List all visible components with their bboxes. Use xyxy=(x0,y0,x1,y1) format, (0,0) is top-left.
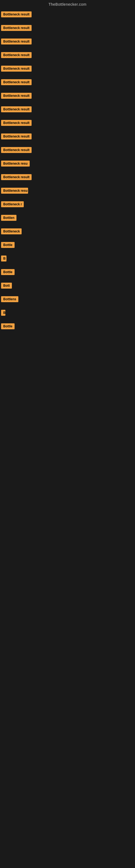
list-item: Bottle xyxy=(0,239,135,252)
list-item: Bottlens xyxy=(0,293,135,307)
bottleneck-badge[interactable]: Bottlens xyxy=(1,296,18,302)
bottleneck-badge[interactable]: Bott xyxy=(1,283,12,289)
list-item: Bottleneck result xyxy=(0,8,135,22)
bottleneck-badge[interactable]: Bottleneck result xyxy=(1,93,32,99)
bottleneck-badge[interactable]: Bottleneck resu xyxy=(1,161,30,166)
list-item: Bottleneck r xyxy=(0,198,135,212)
list-item: Bottleneck result xyxy=(0,117,135,130)
bottleneck-badge[interactable]: Bottleneck result xyxy=(1,38,32,44)
list-item: Bottleneck result xyxy=(0,103,135,117)
list-item: Bottleneck result xyxy=(0,171,135,184)
list-item: Bottleneck result xyxy=(0,130,135,144)
list-item: Bott xyxy=(0,279,135,293)
bottleneck-badge[interactable]: Bottleneck result xyxy=(1,174,32,180)
site-title: TheBottlenecker.com xyxy=(0,0,135,8)
bottleneck-badge[interactable]: Bottleneck r xyxy=(1,201,24,207)
list-item: Bottleneck resu xyxy=(0,184,135,198)
bottleneck-badge[interactable]: Bottleneck result xyxy=(1,133,32,140)
bottleneck-badge[interactable]: Bottle xyxy=(1,323,14,329)
bottleneck-badge[interactable]: B xyxy=(1,310,5,316)
bottleneck-badge[interactable]: Bottle xyxy=(1,242,14,248)
list-item: Bottle xyxy=(0,320,135,334)
bottleneck-badge[interactable]: Bottlen xyxy=(1,215,16,221)
bottleneck-badge[interactable]: Bottleneck result xyxy=(1,11,32,18)
list-item: Bottleneck resu xyxy=(0,157,135,171)
list-item: Bottle xyxy=(0,266,135,279)
bottleneck-badge[interactable]: Bottleneck result xyxy=(1,147,32,153)
bottleneck-badge[interactable]: Bottle xyxy=(1,269,14,275)
list-item: Bottleneck result xyxy=(0,62,135,76)
bottleneck-badge[interactable]: Bottleneck result xyxy=(1,79,32,85)
bottleneck-badge[interactable]: Bottleneck result xyxy=(1,106,32,112)
list-item: Bottleneck result xyxy=(0,76,135,90)
list-item: Bottleneck result xyxy=(0,35,135,49)
bottleneck-badge[interactable]: Bottleneck result xyxy=(1,52,32,58)
bottleneck-badge[interactable]: Bottleneck xyxy=(1,228,21,235)
list-item: Bottleneck xyxy=(0,225,135,239)
bottleneck-badge[interactable]: B xyxy=(1,255,6,261)
list-item: Bottlen xyxy=(0,212,135,225)
list-item: B xyxy=(0,252,135,266)
list-item: B xyxy=(0,307,135,320)
bottleneck-badge[interactable]: Bottleneck resu xyxy=(1,188,28,194)
items-container: Bottleneck resultBottleneck resultBottle… xyxy=(0,8,135,334)
bottleneck-badge[interactable]: Bottleneck result xyxy=(1,66,32,72)
bottleneck-badge[interactable]: Bottleneck result xyxy=(1,120,32,126)
list-item: Bottleneck result xyxy=(0,22,135,35)
list-item: Bottleneck result xyxy=(0,90,135,103)
list-item: Bottleneck result xyxy=(0,144,135,157)
bottleneck-badge[interactable]: Bottleneck result xyxy=(1,25,32,31)
list-item: Bottleneck result xyxy=(0,49,135,62)
